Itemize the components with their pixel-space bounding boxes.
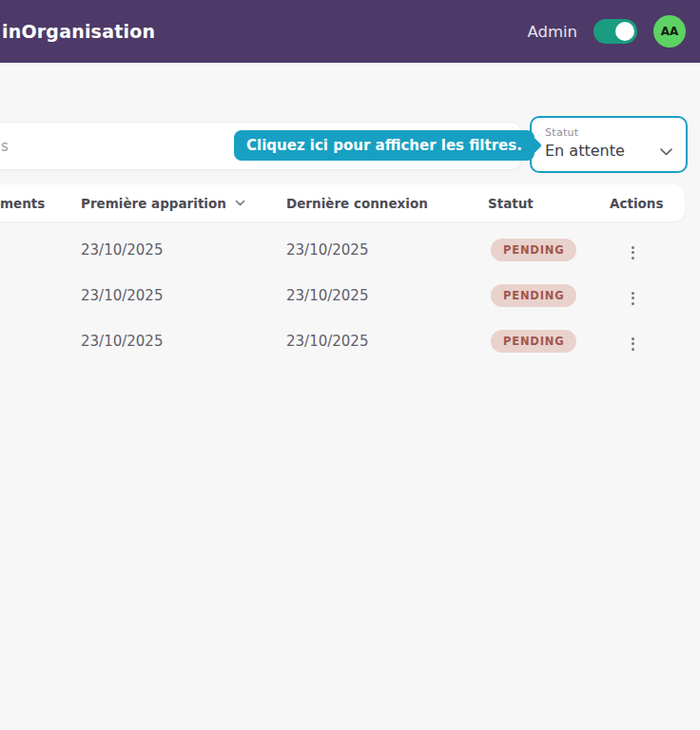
last-login-cell: 23/10/2025 <box>286 241 488 259</box>
last-login-cell: 23/10/2025 <box>286 333 488 350</box>
kebab-menu-icon[interactable] <box>621 286 644 311</box>
search-placeholder-text: s <box>1 138 9 155</box>
table-row: 23/10/2025 23/10/2025 PENDING <box>0 227 685 273</box>
column-header-actions: Actions <box>610 196 685 211</box>
table-row: 23/10/2025 23/10/2025 PENDING <box>0 273 685 318</box>
sort-chevron-down-icon[interactable] <box>235 200 245 207</box>
admin-mode-toggle[interactable] <box>593 19 637 44</box>
first-seen-cell: 23/10/2025 <box>81 333 286 350</box>
toggle-knob-icon <box>615 22 634 41</box>
table-row: 23/10/2025 23/10/2025 PENDING <box>0 318 685 364</box>
table-header: ments Première apparition Dernière conne… <box>0 184 685 221</box>
first-seen-cell: 23/10/2025 <box>81 287 286 304</box>
kebab-menu-icon[interactable] <box>621 332 644 356</box>
avatar[interactable]: AA <box>653 15 686 48</box>
status-badge: PENDING <box>491 284 576 307</box>
role-label: Admin <box>527 23 577 41</box>
column-header-last-login: Dernière connexion <box>286 196 488 211</box>
status-filter-label: Statut <box>545 126 686 139</box>
status-badge: PENDING <box>491 330 576 353</box>
table-body: 23/10/2025 23/10/2025 PENDING 23/10/2025… <box>0 227 685 364</box>
top-bar: inOrganisation Admin AA <box>0 0 700 63</box>
filters-hint-text: Cliquez ici pour afficher les filtres. <box>246 137 522 154</box>
column-header-first-seen[interactable]: Première apparition <box>81 196 286 211</box>
column-header-truncated: ments <box>0 196 81 211</box>
last-login-cell: 23/10/2025 <box>286 287 488 304</box>
status-badge: PENDING <box>491 239 576 261</box>
kebab-menu-icon[interactable] <box>621 240 644 265</box>
chevron-down-icon <box>659 143 673 161</box>
status-filter-dropdown[interactable]: Statut En attente <box>530 116 688 173</box>
filters-hint-tooltip: Cliquez ici pour afficher les filtres. <box>234 130 535 161</box>
first-seen-cell: 23/10/2025 <box>81 241 286 259</box>
top-bar-right-group: Admin AA <box>527 0 686 63</box>
column-header-status: Statut <box>488 196 610 211</box>
app-title: inOrganisation <box>2 21 155 42</box>
